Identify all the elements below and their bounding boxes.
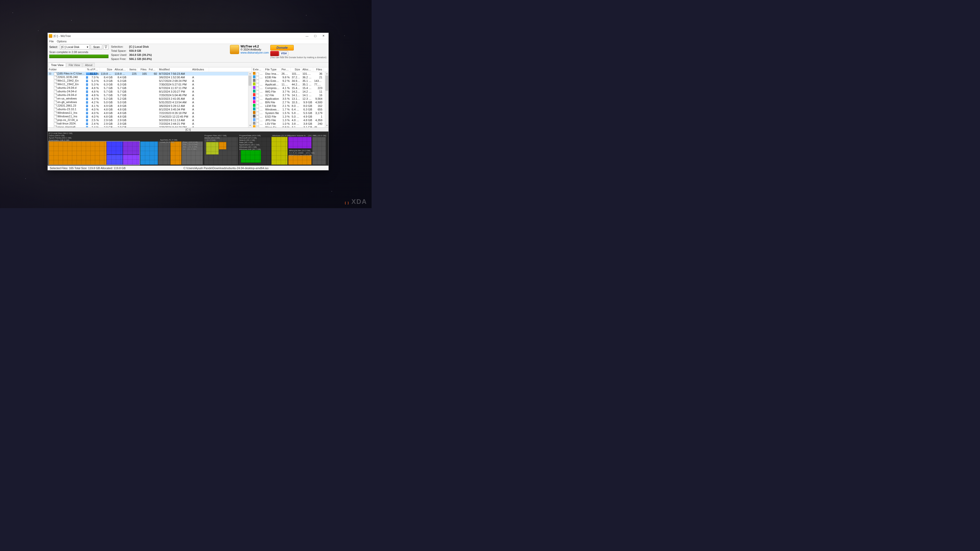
table-row[interactable]: .zipCompressed (zip4.1 %15.4 GB15.4 GB22… bbox=[252, 86, 328, 90]
treemap-label: Downloads (146.9 GB) bbox=[49, 139, 69, 141]
column-header[interactable]: Extension bbox=[252, 67, 264, 72]
maximize-button[interactable]: ▢ bbox=[311, 33, 319, 39]
treemap-label: Adobe (20.3 GB) bbox=[204, 137, 220, 139]
path-bar: [C:\] bbox=[48, 127, 328, 131]
extension-grid[interactable]: ExtensionFile TypePercentSizeAllocat... … bbox=[252, 67, 328, 127]
space-info: Selection:[C:] Local Disk Total Space:93… bbox=[110, 44, 154, 61]
treemap-block[interactable] bbox=[206, 142, 219, 155]
column-header[interactable]: File Type bbox=[264, 67, 280, 72]
table-row[interactable]: Windows11_Ins4.0 %4.8 GB4.8 GB7/22/2023 … bbox=[48, 111, 251, 115]
column-header[interactable]: Modified bbox=[158, 67, 191, 72]
table-row[interactable]: .wavWave Sound0.8 %3.1 GB3.1 GB45,332 bbox=[252, 125, 328, 127]
treemap-block[interactable] bbox=[123, 155, 140, 165]
table-row[interactable]: en-us_windows4.3 %5.2 GB5.2 GB6/2/2023 2… bbox=[48, 97, 251, 100]
table-row[interactable]: nixos-plasma6-2.4 %2.9 GB2.9 GB7/29/2024… bbox=[48, 125, 251, 127]
table-row[interactable]: .xzXZ File3.7 %14.1 GB14.1 GB16 bbox=[252, 94, 328, 97]
treemap-label: Microsoft (37.0 GB) bbox=[239, 137, 257, 139]
table-row[interactable]: .jpgJPG File1.3 %4.8 GB4.8 GB4,359 bbox=[252, 118, 328, 122]
table-row[interactable]: .lsvLSV File1.0 %3.8 GB3.8 GB240 bbox=[252, 122, 328, 125]
table-row[interactable]: .lemLEM File2.1 %8.0 GB8.0 GB162 bbox=[252, 104, 328, 108]
column-header[interactable]: Percent bbox=[280, 67, 291, 72]
table-row[interactable]: .exeApplication3.5 %13.1 GB12.3 GB9,564 bbox=[252, 97, 328, 100]
donate-button[interactable]: Donate bbox=[270, 45, 294, 51]
treemap-block[interactable] bbox=[107, 141, 123, 155]
table-row[interactable]: ⊟[165 Files in C:\Users\A81.5 %119.8 GB1… bbox=[48, 72, 251, 76]
column-header[interactable]: Files bbox=[138, 67, 148, 72]
table-row[interactable]: .imgIMG File3.7 %14.2 GB14.2 GB11 bbox=[252, 90, 328, 94]
column-header[interactable]: Attributes bbox=[191, 67, 209, 72]
table-row[interactable]: ubuntu-24.04-d4.8 %5.7 GB5.7 GB8/1/2024 … bbox=[48, 90, 251, 94]
table-row[interactable]: pop-os_22.04_a2.5 %2.9 GB2.9 GB9/2/2023 … bbox=[48, 118, 251, 122]
statusbar: Selected Files: 165 Total Size: 119.8 GB… bbox=[48, 165, 328, 170]
table-row[interactable]: .isoDisc Image File26.6 %101.1 GB101.1 G… bbox=[252, 72, 328, 76]
filter-button[interactable] bbox=[103, 44, 108, 49]
toolbar: Select: [C:] Local Disk▾ Scan Scan compl… bbox=[48, 44, 328, 62]
column-header[interactable]: Allocated ▼ bbox=[114, 67, 127, 72]
table-row[interactable]: Windows11_Ins4.0 %4.8 GB4.8 GB7/14/2023 … bbox=[48, 115, 251, 118]
treemap-label: Dut... (11.3 GB) bbox=[183, 146, 197, 148]
file-tree-grid[interactable]: Folder% of ParentSizeAllocated ▼ItemsFil… bbox=[48, 67, 252, 127]
table-row[interactable]: .edbEDB File9.8 %37.2 GB36.2 GB21 bbox=[252, 76, 328, 79]
treemap-block[interactable] bbox=[312, 137, 326, 165]
treemap-block[interactable] bbox=[241, 150, 261, 163]
treemap-block[interactable] bbox=[107, 155, 123, 165]
table-row[interactable]: 22631.2861.234.1 %4.9 GB4.9 GB3/6/2024 5… bbox=[48, 104, 251, 108]
table-row[interactable]: .binBIN File2.7 %10.3 GB9.9 GB4,500 bbox=[252, 100, 328, 104]
treemap[interactable]: [C:] Local Disk (364.2 GB)Users (205.6 G… bbox=[48, 131, 328, 165]
treemap-block[interactable] bbox=[123, 141, 140, 155]
visa-icon: VISA bbox=[280, 51, 288, 56]
treemap-block[interactable] bbox=[140, 141, 158, 165]
table-row[interactable]: en-gb_windows4.2 %5.0 GB5.0 GB5/31/2023 … bbox=[48, 100, 251, 104]
treemap-label: System Volume In... (16.1 GB) bbox=[289, 135, 317, 137]
column-header[interactable]: Folders bbox=[148, 67, 158, 72]
brand-link[interactable]: www.diskanalyzer.com bbox=[241, 51, 269, 54]
treemap-label: ProgramData (43.6 GB) bbox=[239, 135, 261, 137]
menu-file[interactable]: File bbox=[49, 40, 54, 43]
table-row[interactable]: (No Extension)9.2 %34.9 GB35.1 GB143,182 bbox=[252, 79, 328, 83]
table-row[interactable]: .sysSystem file1.5 %5.8 GB5.5 GB3,179 bbox=[252, 111, 328, 115]
table-row[interactable]: 22631.3235.2407.0 %8.4 GB8.4 GB3/6/2024 … bbox=[48, 76, 251, 79]
table-row[interactable]: ubuntu-24.04-d4.8 %5.7 GB5.7 GB7/20/2024… bbox=[48, 94, 251, 97]
select-label: Select: bbox=[49, 45, 59, 48]
table-row[interactable]: .esdESD File1.3 %5.0 GB4.9 GB1 bbox=[252, 115, 328, 118]
menu-options[interactable]: Options bbox=[57, 40, 67, 43]
column-header[interactable]: Allocat... ▼ bbox=[301, 67, 313, 72]
tab-about[interactable]: About bbox=[83, 63, 95, 67]
progress-bar bbox=[49, 55, 108, 58]
scan-status: Scan complete in 2.08 seconds bbox=[49, 51, 108, 54]
table-row[interactable]: ubuntu-23.10.14.0 %4.8 GB4.8 GB8/1/2024 … bbox=[48, 108, 251, 111]
minimize-button[interactable]: — bbox=[303, 33, 311, 39]
table-row[interactable]: .dllApplication exte11.6 %44.2 GB35.1 GB… bbox=[252, 83, 328, 86]
column-header[interactable]: Size bbox=[100, 67, 114, 72]
scan-button[interactable]: Scan bbox=[91, 44, 102, 49]
table-row[interactable]: .msiWindows Installe1.7 %6.4 GB6.3 GB655 bbox=[252, 108, 328, 111]
close-button[interactable]: ✕ bbox=[319, 33, 328, 39]
treemap-block[interactable] bbox=[219, 142, 226, 149]
tab-file-view[interactable]: File View bbox=[66, 63, 82, 67]
treemap-block[interactable] bbox=[288, 155, 312, 165]
table-row[interactable]: Win11_23H2_En5.3 %6.3 GB6.3 GB5/17/2024 … bbox=[48, 79, 251, 83]
status-left: Selected Files: 165 Total Size: 119.8 GB… bbox=[50, 167, 126, 170]
menubar: File Options bbox=[48, 39, 328, 44]
column-header[interactable]: Folder bbox=[48, 67, 86, 72]
table-row[interactable]: kali-linux-2024.2.4 %2.9 GB2.9 GB7/2/202… bbox=[48, 122, 251, 125]
table-row[interactable]: ubuntu-24.04-d4.8 %5.7 GB5.7 GB6/7/2024 … bbox=[48, 86, 251, 90]
titlebar[interactable]: [C:] - WizTree — ▢ ✕ bbox=[48, 33, 328, 39]
column-header[interactable]: Size bbox=[291, 67, 301, 72]
column-header[interactable]: Items bbox=[127, 67, 138, 72]
treemap-label: Le... (11.3 GB) bbox=[183, 148, 196, 150]
column-header[interactable]: % of Parent bbox=[86, 67, 100, 72]
treemap-block[interactable] bbox=[158, 141, 170, 165]
donate-hint: (You can hide the Donate button by makin… bbox=[270, 56, 326, 59]
treemap-block[interactable] bbox=[271, 137, 288, 165]
table-row[interactable]: Win11_23H2_En5.3 %6.3 GB6.3 GB7/30/2024 … bbox=[48, 83, 251, 86]
scrollbar[interactable]: ▴▾ bbox=[325, 72, 328, 127]
treemap-block[interactable] bbox=[170, 141, 181, 165]
chevron-down-icon: ▾ bbox=[87, 45, 88, 49]
xda-watermark: [ ] XDA bbox=[345, 198, 367, 206]
treemap-block[interactable] bbox=[288, 137, 312, 148]
drive-select[interactable]: [C:] Local Disk▾ bbox=[60, 44, 89, 49]
column-header[interactable]: Files bbox=[313, 67, 323, 72]
tab-tree-view[interactable]: Tree View bbox=[49, 63, 66, 67]
scrollbar[interactable]: ▴▾ bbox=[248, 72, 251, 127]
